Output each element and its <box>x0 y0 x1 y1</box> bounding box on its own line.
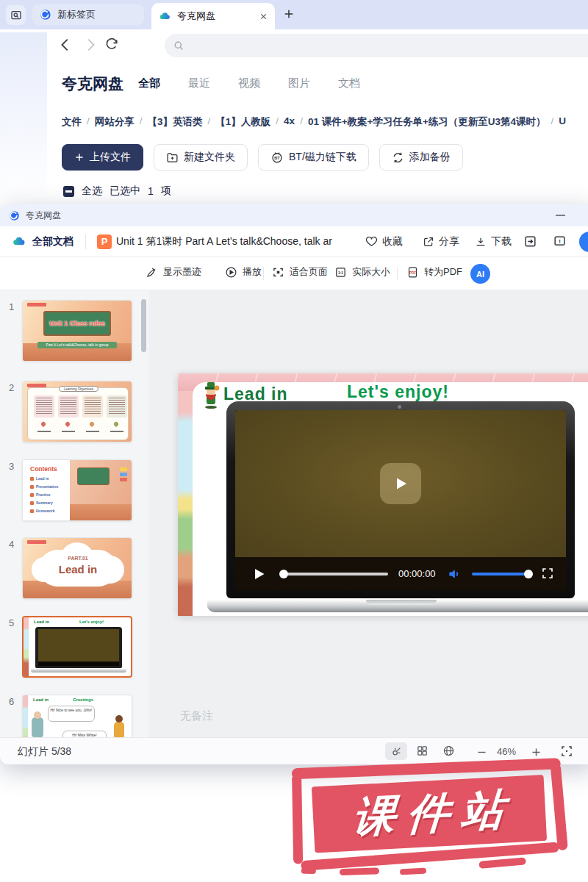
browser-tab-bar: 新标签页 夸克网盘 <box>0 0 588 29</box>
classroom-sliver <box>23 695 28 737</box>
slide-subtitle: Let's enjoy! <box>347 382 449 402</box>
tab-image[interactable]: 图片 <box>288 76 310 90</box>
video-play-overlay-button[interactable] <box>380 463 421 504</box>
forward-icon[interactable] <box>82 37 98 53</box>
slide-preview-area: Lead in Let's enjoy! 00:00:00 <box>149 290 588 737</box>
fit-page-button[interactable]: 适合页面 <box>272 265 328 279</box>
browser-tab-newtab[interactable]: 新标签页 <box>32 4 144 25</box>
laptop-graphic <box>35 627 122 668</box>
classroom-sliver <box>178 373 194 616</box>
tab-close-icon[interactable] <box>259 12 268 21</box>
progress-handle[interactable] <box>279 570 288 578</box>
thumb-number: 5 <box>9 617 14 628</box>
refresh-icon[interactable] <box>104 37 119 51</box>
tab-search-icon[interactable] <box>6 5 26 25</box>
select-all-label[interactable]: 全选 <box>82 184 102 198</box>
thumb1-title: Unit 1 Class rules <box>43 311 111 336</box>
thumbnail-panel: 1 Unit 1 Class rules Part A Let's talk&C… <box>0 290 149 737</box>
player-play-button[interactable] <box>251 567 266 581</box>
breadcrumb-item[interactable]: U <box>559 115 566 129</box>
volume-slider[interactable] <box>472 573 531 576</box>
browser-tab-quark-drive[interactable]: 夸克网盘 <box>151 3 275 29</box>
thumb4-part: PART.01 <box>39 556 117 561</box>
save-to-drive-button[interactable] <box>523 234 537 248</box>
student-graphic <box>114 722 124 737</box>
thumb-number: 1 <box>9 301 14 312</box>
select-all-checkbox[interactable] <box>63 186 74 197</box>
svg-text:!: ! <box>559 238 561 245</box>
leprechaun-character <box>201 382 220 409</box>
breadcrumb-item[interactable]: 【3】英语类 <box>148 115 203 129</box>
play-slides-button[interactable]: 播放 <box>225 265 262 279</box>
progress-bar[interactable] <box>281 573 388 576</box>
thumb5-title: Lead in <box>34 620 49 624</box>
tab-label: 夸克网盘 <box>177 10 215 23</box>
current-slide: Lead in Let's enjoy! 00:00:00 <box>178 373 588 616</box>
breadcrumb-item[interactable]: 【1】人教版 <box>215 115 270 129</box>
thumb-number: 6 <box>9 696 14 707</box>
ai-assistant-button[interactable]: AI <box>470 264 490 284</box>
download-label: 下载 <box>491 235 512 248</box>
primary-action-button[interactable] <box>579 232 588 252</box>
backup-label: 添加备份 <box>409 151 451 164</box>
slide-thumbnail-6[interactable]: Lead in Greetings Hi! Nice to see you, J… <box>22 695 132 737</box>
breadcrumb-separator: / <box>87 115 90 129</box>
teacher-head <box>34 711 41 719</box>
play-circle-icon <box>225 266 237 279</box>
play-icon <box>392 475 409 492</box>
new-tab-button[interactable] <box>282 7 295 21</box>
divider <box>397 267 398 280</box>
feedback-button[interactable]: ! <box>553 234 567 248</box>
favorite-button[interactable]: 收藏 <box>365 235 403 248</box>
actual-size-button[interactable]: 1:1 实际大小 <box>334 265 390 279</box>
slide-thumbnail-5-selected[interactable]: Lead in Let's enjoy! <box>22 616 132 678</box>
laptop-camera <box>398 405 401 409</box>
share-button[interactable]: 分享 <box>423 235 459 248</box>
breadcrumb-separator: / <box>208 115 211 129</box>
convert-pdf-button[interactable]: PDF 转为PDF <box>406 265 462 279</box>
tab-doc[interactable]: 文档 <box>338 76 360 90</box>
minimize-icon[interactable] <box>556 215 565 216</box>
slide-thumbnail-1[interactable]: Unit 1 Class rules Part A Let's talk&Cho… <box>22 300 132 362</box>
fullscreen-icon[interactable] <box>541 567 554 580</box>
bt-label: BT/磁力链下载 <box>289 151 356 164</box>
stamp-body: 课件站 <box>312 775 547 853</box>
ink-pen-icon <box>146 266 158 279</box>
thumb1-subtitle: Part A Let's talk&Choose, talk in group <box>37 342 117 348</box>
new-folder-button[interactable]: 新建文件夹 <box>154 144 248 171</box>
all-docs-button[interactable]: 全部文档 <box>12 234 74 249</box>
slide-thumbnail-2[interactable]: Learning Objectives <box>22 381 132 442</box>
tab-video[interactable]: 视频 <box>238 76 260 90</box>
volume-icon[interactable] <box>447 567 462 581</box>
tab-all[interactable]: 全部 <box>138 76 160 90</box>
volume-handle[interactable] <box>524 570 533 578</box>
plus-icon <box>74 152 85 162</box>
selected-unit: 项 <box>161 184 171 198</box>
slide-thumbnail-4[interactable]: PART.01 Lead in <box>22 537 132 599</box>
download-button[interactable]: 下载 <box>475 235 512 248</box>
filter-tabs: 全部 最近 视频 图片 文档 <box>138 76 360 90</box>
red-watermark <box>27 384 46 387</box>
bt-magnet-download-button[interactable]: BT BT/磁力链下载 <box>258 144 369 171</box>
thumb3-title: Contents <box>30 465 57 473</box>
breadcrumb-item[interactable]: 文件 <box>62 115 82 129</box>
thumbnail-scrollbar[interactable] <box>141 299 146 352</box>
breadcrumb-item[interactable]: 01 课件+教案+学习任务单+练习（更新至U3第4课时） <box>308 115 546 129</box>
upload-file-button[interactable]: 上传文件 <box>62 144 143 171</box>
slide-thumbnail-3[interactable]: Contents Lead in Presentation Practice S… <box>22 459 132 521</box>
save-to-drive-icon <box>523 234 537 248</box>
address-search-input[interactable] <box>165 34 588 57</box>
window-titlebar[interactable]: 夸克网盘 <box>0 204 588 226</box>
breadcrumb-item[interactable]: 4x <box>284 115 295 129</box>
red-watermark <box>27 540 46 544</box>
all-docs-label: 全部文档 <box>32 235 74 248</box>
quark-logo-icon <box>40 9 51 21</box>
thumb6-subtitle: Greetings <box>73 698 93 702</box>
back-icon[interactable] <box>57 37 74 53</box>
breadcrumb-item[interactable]: 网站分享 <box>95 115 135 129</box>
fit-page-label: 适合页面 <box>290 265 328 279</box>
tab-recent[interactable]: 最近 <box>188 76 210 90</box>
show-ink-button[interactable]: 显示墨迹 <box>146 265 201 279</box>
stamp-border <box>551 764 568 851</box>
add-backup-button[interactable]: 添加备份 <box>379 144 463 171</box>
